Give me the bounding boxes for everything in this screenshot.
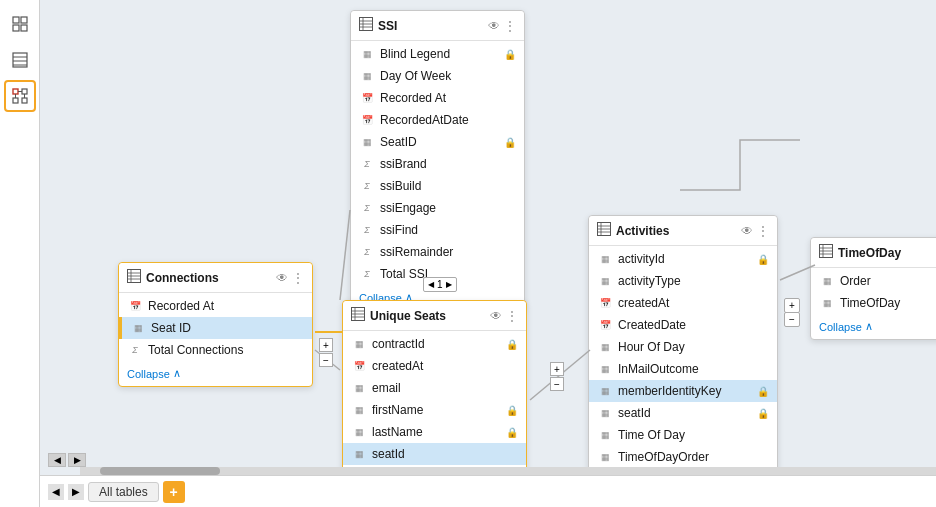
svg-rect-8 bbox=[13, 89, 18, 94]
table-type-icon: ▦ bbox=[597, 386, 613, 396]
field-row-time-of-day[interactable]: ▦ Time Of Day bbox=[589, 424, 777, 446]
ssi-title: SSI bbox=[378, 19, 397, 33]
expand-btn-2[interactable]: − bbox=[319, 353, 333, 367]
lock-icon[interactable]: 🔒 bbox=[506, 339, 518, 350]
field-row-member-identity-key[interactable]: ▦ memberIdentityKey 🔒 bbox=[589, 380, 777, 402]
sidebar-icon-table[interactable] bbox=[4, 44, 36, 76]
field-row-activities-created-at[interactable]: 📅 createdAt bbox=[589, 292, 777, 314]
svg-rect-11 bbox=[22, 98, 27, 103]
sigma-type-icon: Σ bbox=[359, 203, 375, 213]
calendar-type-icon: 📅 bbox=[351, 361, 367, 371]
field-row-conn-seat-id[interactable]: ▦ Seat ID bbox=[119, 317, 312, 339]
sidebar-icon-model[interactable] bbox=[4, 80, 36, 112]
field-row-ssi-find[interactable]: Σ ssiFind bbox=[351, 219, 524, 241]
activities-more-icon[interactable]: ⋮ bbox=[757, 224, 769, 238]
table-type-icon: ▦ bbox=[351, 339, 367, 349]
field-row-seat-id-unique[interactable]: ▦ seatId bbox=[343, 443, 526, 465]
lock-icon[interactable]: 🔒 bbox=[757, 254, 769, 265]
expand-btn-4[interactable]: − bbox=[550, 377, 564, 391]
lock-icon[interactable]: 🔒 bbox=[506, 427, 518, 438]
sidebar-icon-grid[interactable] bbox=[4, 8, 36, 40]
table-type-icon: ▦ bbox=[351, 449, 367, 459]
field-row-total-connections[interactable]: Σ Total Connections bbox=[119, 339, 312, 361]
field-row-email[interactable]: ▦ email bbox=[343, 377, 526, 399]
lock-icon[interactable]: 🔒 bbox=[757, 386, 769, 397]
field-row-ssi-build[interactable]: Σ ssiBuild bbox=[351, 175, 524, 197]
table-type-icon: ▦ bbox=[819, 276, 835, 286]
time-of-day-title: TimeOfDay bbox=[838, 246, 901, 260]
field-row-recorded-at[interactable]: 📅 Recorded At bbox=[351, 87, 524, 109]
lock-icon[interactable]: 🔒 bbox=[504, 49, 516, 60]
scroll-left-btn[interactable]: ◀ bbox=[48, 453, 66, 467]
ssi-card-body: ▦ Blind Legend 🔒 ▦ Day Of Week 📅 Recorde… bbox=[351, 41, 524, 287]
table-type-icon: ▦ bbox=[359, 137, 375, 147]
add-tab-btn[interactable]: + bbox=[163, 481, 185, 503]
field-row-created-at[interactable]: 📅 createdAt bbox=[343, 355, 526, 377]
field-row-ssi-remainder[interactable]: Σ ssiRemainder bbox=[351, 241, 524, 263]
activities-eye-icon[interactable]: 👁 bbox=[741, 224, 753, 238]
field-row-contract-id[interactable]: ▦ contractId 🔒 bbox=[343, 333, 526, 355]
lock-icon[interactable]: 🔒 bbox=[757, 408, 769, 419]
connections-collapse-btn[interactable]: Collapse ∧ bbox=[127, 367, 304, 380]
field-row-activity-type[interactable]: ▦ activityType bbox=[589, 270, 777, 292]
unique-seats-more-icon[interactable]: ⋮ bbox=[506, 309, 518, 323]
unique-seats-title: Unique Seats bbox=[370, 309, 446, 323]
sidebar bbox=[0, 0, 40, 507]
activities-expand-2[interactable]: − bbox=[784, 312, 800, 327]
field-row-time-of-day-order[interactable]: ▦ TimeOfDayOrder bbox=[589, 446, 777, 468]
lock-icon[interactable]: 🔒 bbox=[504, 137, 516, 148]
table-type-icon: ▦ bbox=[597, 430, 613, 440]
activities-title: Activities bbox=[616, 224, 669, 238]
field-row-ssi-engage[interactable]: Σ ssiEngage bbox=[351, 197, 524, 219]
field-row-day-of-week[interactable]: ▦ Day Of Week bbox=[351, 65, 524, 87]
field-row-blind-legend[interactable]: ▦ Blind Legend 🔒 bbox=[351, 43, 524, 65]
unique-seats-eye-icon[interactable]: 👁 bbox=[490, 309, 502, 323]
sigma-type-icon: Σ bbox=[359, 247, 375, 257]
badge-right-arrow: ▶ bbox=[446, 280, 452, 289]
time-of-day-card-body: ▦ Order ▦ TimeOfDay bbox=[811, 268, 936, 316]
canvas: SSI 👁 ⋮ ▦ Blind Legend 🔒 ▦ Day Of Week bbox=[40, 0, 936, 507]
field-row-created-date[interactable]: 📅 CreatedDate bbox=[589, 314, 777, 336]
scroll-right-btn[interactable]: ▶ bbox=[68, 453, 86, 467]
expand-btn-3[interactable]: + bbox=[550, 362, 564, 376]
svg-rect-3 bbox=[21, 25, 27, 31]
time-of-day-collapse-btn[interactable]: Collapse ∧ bbox=[819, 320, 936, 333]
connections-eye-icon[interactable]: 👁 bbox=[276, 271, 288, 285]
table-type-icon: ▦ bbox=[597, 452, 613, 462]
horizontal-scrollbar[interactable] bbox=[80, 467, 936, 475]
field-row-order[interactable]: ▦ Order bbox=[811, 270, 936, 292]
tab-nav-left[interactable]: ◀ bbox=[48, 484, 64, 500]
table-type-icon: ▦ bbox=[597, 254, 613, 264]
ssi-table-icon bbox=[359, 17, 373, 34]
field-row-inmail-outcome[interactable]: ▦ InMailOutcome bbox=[589, 358, 777, 380]
ssi-eye-icon[interactable]: 👁 bbox=[488, 19, 500, 33]
tab-nav-right[interactable]: ▶ bbox=[68, 484, 84, 500]
connections-more-icon[interactable]: ⋮ bbox=[292, 271, 304, 285]
field-row-hour-of-day[interactable]: ▦ Hour Of Day bbox=[589, 336, 777, 358]
svg-rect-9 bbox=[22, 89, 27, 94]
activities-card-header: Activities 👁 ⋮ bbox=[589, 216, 777, 246]
calendar-type-icon: 📅 bbox=[597, 320, 613, 330]
activities-card: Activities 👁 ⋮ ▦ activityId 🔒 ▦ activity… bbox=[588, 215, 778, 493]
lock-icon[interactable]: 🔒 bbox=[506, 405, 518, 416]
field-row-recorded-at-date[interactable]: 📅 RecordedAtDate bbox=[351, 109, 524, 131]
unique-seats-card-body: ▦ contractId 🔒 📅 createdAt ▦ email ▦ bbox=[343, 331, 526, 467]
activities-expand-1[interactable]: + bbox=[784, 298, 800, 313]
calendar-type-icon: 📅 bbox=[359, 115, 375, 125]
field-row-seat-id[interactable]: ▦ SeatID 🔒 bbox=[351, 131, 524, 153]
svg-rect-1 bbox=[21, 17, 27, 23]
expand-btn-1[interactable]: + bbox=[319, 338, 333, 352]
field-row-activity-id[interactable]: ▦ activityId 🔒 bbox=[589, 248, 777, 270]
field-row-conn-recorded-at[interactable]: 📅 Recorded At bbox=[119, 295, 312, 317]
ssi-card-header: SSI 👁 ⋮ bbox=[351, 11, 524, 41]
field-row-first-name[interactable]: ▦ firstName 🔒 bbox=[343, 399, 526, 421]
ssi-more-icon[interactable]: ⋮ bbox=[504, 19, 516, 33]
field-row-seat-id-activities[interactable]: ▦ seatId 🔒 bbox=[589, 402, 777, 424]
field-row-time-of-day-field[interactable]: ▦ TimeOfDay bbox=[811, 292, 936, 314]
calendar-type-icon: 📅 bbox=[127, 301, 143, 311]
connections-card-body: 📅 Recorded At ▦ Seat ID Σ Total Connecti… bbox=[119, 293, 312, 363]
field-row-last-name[interactable]: ▦ lastName 🔒 bbox=[343, 421, 526, 443]
all-tables-tab[interactable]: All tables bbox=[88, 482, 159, 502]
time-of-day-card-footer: Collapse ∧ bbox=[811, 316, 936, 339]
field-row-ssi-brand[interactable]: Σ ssiBrand bbox=[351, 153, 524, 175]
